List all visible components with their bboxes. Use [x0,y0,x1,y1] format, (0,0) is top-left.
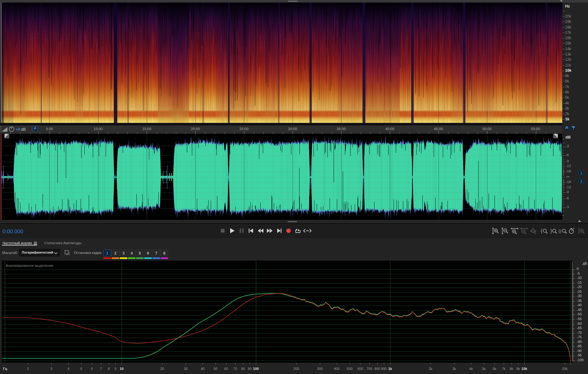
svg-text:{: { [541,228,543,234]
svg-text:{}: {} [559,229,561,233]
svg-text:}: } [550,228,552,234]
